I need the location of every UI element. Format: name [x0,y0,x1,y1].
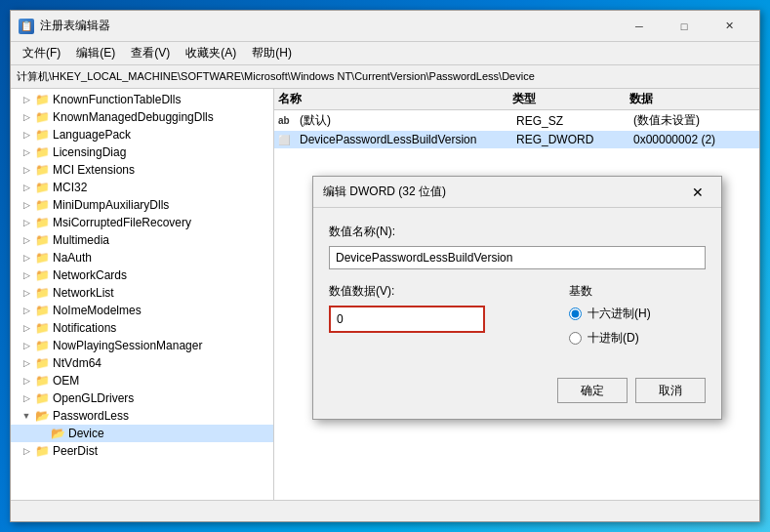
value-data-label: 数值数据(V): [329,283,553,300]
tree-label: MsiCorruptedFileRecovery [53,216,191,229]
tree-item-networkcards[interactable]: ▷ NetworkCards [11,266,273,284]
tree-item-mci32[interactable]: ▷ MCI32 [11,179,273,196]
row-type-default: REG_SZ [516,114,633,128]
row-name-default: (默认) [300,112,516,129]
tree-label: Multimedia [53,233,109,247]
folder-icon [34,267,50,283]
expander-icon: ▷ [19,250,34,266]
tree-item-ntvdm64[interactable]: ▷ NtVdm64 [11,354,273,372]
col-header-data: 数据 [629,91,755,107]
tree-item-device[interactable]: Device [11,425,273,442]
folder-icon [34,355,50,371]
tree-label: Device [68,427,104,440]
radio-dec-text: 十进制(D) [588,330,639,347]
tree-label: KnownManagedDebuggingDlls [53,110,214,124]
radio-hex-label[interactable]: 十六进制(H) [569,306,706,322]
row-data-buildversion: 0x00000002 (2) [633,133,755,146]
folder-icon [34,92,50,107]
reg-dw-icon: ⬜ [278,135,296,145]
col-header-name: 名称 [278,91,512,107]
folder-icon [50,426,65,441]
dialog-body: 数值名称(N): 数值数据(V): 基数 十六进制(H) 十进制(D) [313,208,721,378]
tree-item-notifications[interactable]: ▷ Notifications [11,319,273,337]
reg-ab-icon: ab [278,115,296,126]
tree-label: NetworkCards [53,268,127,282]
col-header-type: 类型 [512,91,629,107]
tree-label: NaAuth [53,251,92,265]
dialog-input-row: 数值数据(V): 基数 十六进制(H) 十进制(D) [329,283,706,347]
folder-icon [34,197,50,213]
tree-label: LanguagePack [53,128,131,142]
maximize-button[interactable]: □ [662,11,707,42]
tree-item-networklist[interactable]: ▷ NetworkList [11,284,273,302]
minimize-button[interactable]: ─ [617,11,662,42]
folder-icon [34,144,50,160]
folder-icon [34,285,50,301]
radio-group: 十六进制(H) 十进制(D) [569,306,706,347]
tree-item-multimedia[interactable]: ▷ Multimedia [11,231,273,249]
row-name-buildversion: DevicePasswordLessBuildVersion [300,133,516,146]
menu-help[interactable]: 帮助(H) [244,43,300,63]
expander-icon: ▷ [19,320,34,336]
dialog-close-button[interactable]: ✕ [684,181,711,204]
folder-icon [34,320,50,336]
expander-icon: ▷ [19,162,34,178]
tree-label: MCI Extensions [53,163,135,177]
status-bar [11,500,759,521]
tree-item-passwordless[interactable]: ▼ PasswordLess [11,407,273,425]
base-section: 基数 十六进制(H) 十进制(D) [569,283,706,347]
tree-item-noimemode[interactable]: ▷ NoImeModelmes [11,302,273,319]
expander-icon: ▷ [19,109,34,125]
radio-dec-input[interactable] [569,332,582,345]
folder-icon [34,109,50,125]
tree-item-languagepack[interactable]: ▷ LanguagePack [11,126,273,143]
tree-panel: ▷ KnownFunctionTableDlls ▷ KnownManagedD… [11,89,274,500]
expander-icon: ▷ [19,338,34,353]
folder-icon [34,443,50,459]
tree-label: MiniDumpAuxiliaryDlls [53,198,169,212]
tree-label: NtVdm64 [53,356,101,370]
row-data-default: (数值未设置) [633,112,755,129]
menu-favorites[interactable]: 收藏夹(A) [178,43,244,63]
list-row-default[interactable]: ab (默认) REG_SZ (数值未设置) [274,110,759,131]
tree-item-oem[interactable]: ▷ OEM [11,372,273,389]
cancel-button[interactable]: 取消 [635,378,706,403]
menu-file[interactable]: 文件(F) [15,43,68,63]
close-button[interactable]: ✕ [707,11,751,42]
expander-icon: ▷ [19,232,34,248]
tree-item-knownmanaged[interactable]: ▷ KnownManagedDebuggingDlls [11,108,273,126]
tree-item-msicorrupted[interactable]: ▷ MsiCorruptedFileRecovery [11,214,273,231]
folder-icon [34,127,50,143]
tree-item-naauth[interactable]: ▷ NaAuth [11,249,273,266]
tree-item-knownfunction[interactable]: ▷ KnownFunctionTableDlls [11,91,273,108]
expander-icon: ▼ [19,408,34,424]
value-name-input[interactable] [329,246,706,269]
folder-icon [34,162,50,178]
folder-icon [34,373,50,389]
tree-item-licensingdiag[interactable]: ▷ LicensingDiag [11,143,273,161]
tree-label: Notifications [53,321,116,335]
app-icon: 📋 [19,19,34,34]
list-row-buildversion[interactable]: ⬜ DevicePasswordLessBuildVersion REG_DWO… [274,131,759,148]
value-data-input[interactable] [329,306,485,333]
menu-edit[interactable]: 编辑(E) [68,43,123,63]
folder-icon [34,232,50,248]
expander-icon: ▷ [19,355,34,371]
expander-icon: ▷ [19,267,34,283]
tree-item-nowplaying[interactable]: ▷ NowPlayingSessionManager [11,337,273,354]
tree-item-opengl[interactable]: ▷ OpenGLDrivers [11,389,273,407]
tree-item-peerdist[interactable]: ▷ PeerDist [11,442,273,460]
value-data-section: 数值数据(V): [329,283,553,347]
folder-icon [34,250,50,266]
menu-view[interactable]: 查看(V) [123,43,178,63]
ok-button[interactable]: 确定 [557,378,628,403]
expander-icon: ▷ [19,180,34,195]
radio-hex-input[interactable] [569,307,582,320]
tree-item-minidump[interactable]: ▷ MiniDumpAuxiliaryDlls [11,196,273,214]
folder-icon [34,390,50,406]
menu-bar: 文件(F) 编辑(E) 查看(V) 收藏夹(A) 帮助(H) [11,42,759,65]
tree-item-mciextensions[interactable]: ▷ MCI Extensions [11,161,273,179]
folder-icon [34,303,50,318]
expander-icon: ▷ [19,197,34,213]
radio-dec-label[interactable]: 十进制(D) [569,330,706,347]
